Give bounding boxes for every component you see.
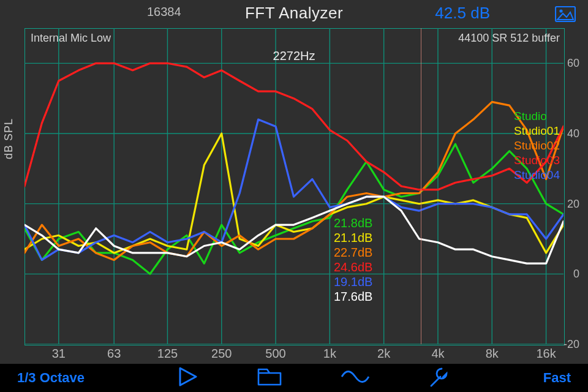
x-tick: 31 xyxy=(52,347,66,361)
input-source-label: Internal Mic Low xyxy=(31,32,111,45)
legend-entry: Studio02 xyxy=(514,138,560,153)
x-tick: 500 xyxy=(265,347,285,361)
cursor-line xyxy=(421,28,421,344)
legend-entry: Studio xyxy=(514,109,560,124)
reading-entry: 21.1dB xyxy=(334,230,372,245)
octave-mode-button[interactable]: 1/3 Octave xyxy=(17,370,85,386)
toolbar: 1/3 Octave Fast xyxy=(0,364,588,392)
x-axis-ticks: 31631252505001k2k4k8k16k xyxy=(24,347,564,363)
x-tick: 2k xyxy=(377,347,390,361)
sine-wave-icon[interactable] xyxy=(341,369,370,387)
x-tick: 1k xyxy=(323,347,336,361)
speed-mode-button[interactable]: Fast xyxy=(543,370,571,386)
wrench-icon[interactable] xyxy=(429,366,450,390)
svg-point-1 xyxy=(559,9,562,12)
spectrum-chart[interactable] xyxy=(24,28,565,345)
y-tick: 40 xyxy=(567,127,579,140)
sample-rate-label: 44100 SR 512 buffer xyxy=(458,32,560,45)
snapshot-icon[interactable] xyxy=(555,6,576,22)
legend-entry: Studio01 xyxy=(514,124,560,138)
play-icon[interactable] xyxy=(178,367,198,389)
y-tick: 60 xyxy=(567,57,579,70)
reading-entry: 21.8dB xyxy=(334,216,372,230)
legend-entry: Studio03 xyxy=(514,153,560,168)
series-legend: StudioStudio01Studio02Studio03Studio04 xyxy=(514,109,560,183)
reading-entry: 17.6dB xyxy=(334,289,372,304)
x-tick: 4k xyxy=(431,347,444,361)
x-tick: 63 xyxy=(107,347,121,361)
x-tick: 125 xyxy=(157,347,178,361)
y-tick: -20 xyxy=(564,338,579,351)
y-tick: 0 xyxy=(573,268,579,281)
header-bar: 16384 FFT Analyzer 42.5 dB xyxy=(0,0,588,28)
level-readout: 42.5 dB xyxy=(435,4,490,23)
x-tick: 250 xyxy=(211,347,232,361)
cursor-frequency: 2272Hz xyxy=(0,49,588,63)
folder-icon[interactable] xyxy=(257,368,282,388)
page-title: FFT Analyzer xyxy=(0,4,588,23)
legend-entry: Studio04 xyxy=(514,168,560,183)
y-axis-label: dB SPL xyxy=(2,118,15,159)
x-tick: 16k xyxy=(536,347,556,361)
series-readings: 21.8dB21.1dB22.7dB24.6dB19.1dB17.6dB xyxy=(334,216,372,304)
reading-entry: 24.6dB xyxy=(334,260,372,274)
reading-entry: 22.7dB xyxy=(334,245,372,260)
y-tick: 20 xyxy=(567,197,579,210)
reading-entry: 19.1dB xyxy=(334,274,372,289)
x-tick: 8k xyxy=(486,347,499,361)
